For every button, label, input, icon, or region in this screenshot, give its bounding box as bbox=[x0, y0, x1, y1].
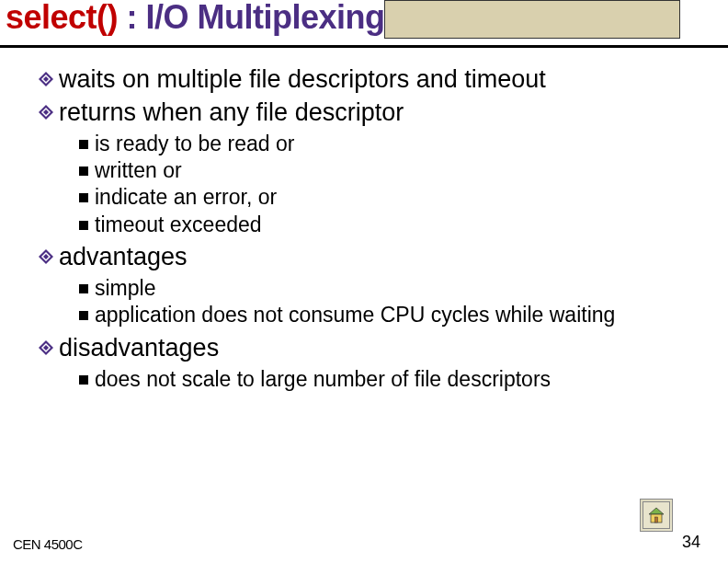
sub-bullet: does not scale to large number of file d… bbox=[79, 366, 700, 393]
content: waits on multiple file descriptors and t… bbox=[39, 63, 700, 396]
square-icon bbox=[79, 221, 88, 230]
svg-rect-14 bbox=[655, 517, 658, 523]
svg-marker-12 bbox=[649, 508, 664, 514]
bullet-4-text: disadvantages bbox=[59, 333, 219, 364]
bullet-1-text: waits on multiple file descriptors and t… bbox=[59, 64, 546, 96]
sub-bullet: written or bbox=[79, 157, 700, 184]
bullet-3-text: advantages bbox=[59, 242, 188, 273]
sub-bullet: indicate an error, or bbox=[79, 184, 700, 211]
title-underline bbox=[0, 45, 728, 49]
slide: select() : I/O Multiplexing waits on mul… bbox=[0, 0, 728, 563]
diamond-icon bbox=[39, 249, 53, 264]
square-icon bbox=[79, 140, 88, 149]
sub-text: is ready to be read or bbox=[95, 131, 294, 157]
footer-page-number: 34 bbox=[682, 533, 700, 552]
sub-text: does not scale to large number of file d… bbox=[95, 366, 551, 393]
diamond-icon bbox=[39, 340, 53, 355]
slide-title: select() : I/O Multiplexing bbox=[6, 0, 385, 37]
home-button[interactable] bbox=[640, 499, 673, 532]
title-rest-part: : I/O Multiplexing bbox=[118, 0, 385, 36]
title-shadow-box bbox=[384, 0, 680, 39]
diamond-icon bbox=[39, 105, 53, 120]
bullet-2-text: returns when any file descriptor bbox=[59, 98, 404, 129]
square-icon bbox=[79, 375, 88, 385]
bullet-2-sub: is ready to be read or written or indica… bbox=[79, 131, 700, 239]
diamond-icon bbox=[39, 72, 53, 86]
square-icon bbox=[79, 167, 88, 176]
house-icon bbox=[647, 507, 665, 523]
square-icon bbox=[79, 284, 88, 293]
sub-text: written or bbox=[95, 157, 182, 184]
home-icon-inner bbox=[643, 501, 670, 529]
title-region: select() : I/O Multiplexing bbox=[0, 0, 728, 53]
sub-text: timeout exceeded bbox=[95, 212, 262, 238]
sub-text: indicate an error, or bbox=[95, 184, 277, 211]
bullet-3: advantages bbox=[39, 242, 700, 273]
bullet-4-sub: does not scale to large number of file d… bbox=[79, 366, 700, 393]
sub-bullet: application does not consume CPU cycles … bbox=[79, 302, 700, 328]
sub-bullet: timeout exceeded bbox=[79, 212, 700, 238]
sub-bullet: is ready to be read or bbox=[79, 131, 700, 157]
bullet-2: returns when any file descriptor bbox=[39, 98, 700, 129]
sub-text: application does not consume CPU cycles … bbox=[95, 302, 615, 328]
title-select-part: select() bbox=[6, 0, 118, 36]
bullet-3-sub: simple application does not consume CPU … bbox=[79, 275, 700, 329]
sub-text: simple bbox=[95, 275, 155, 302]
square-icon bbox=[79, 311, 88, 320]
sub-bullet: simple bbox=[79, 275, 700, 302]
square-icon bbox=[79, 193, 88, 202]
bullet-4: disadvantages bbox=[39, 333, 700, 364]
bullet-1: waits on multiple file descriptors and t… bbox=[39, 64, 700, 96]
footer-course: CEN 4500C bbox=[13, 536, 83, 552]
